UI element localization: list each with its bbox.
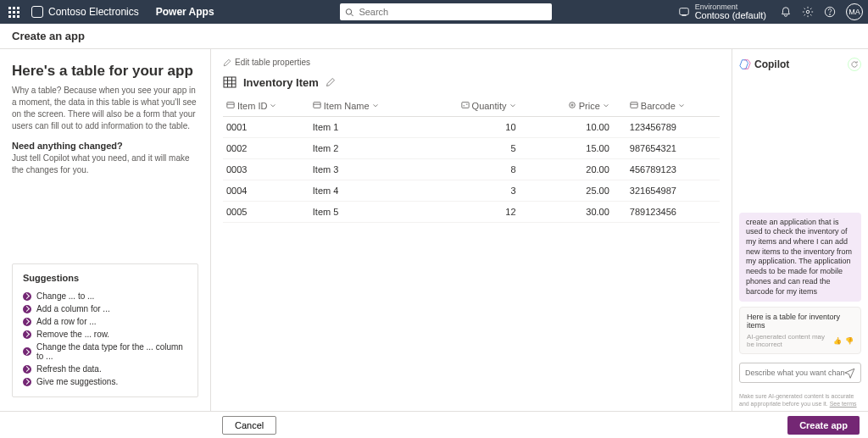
suggestion-text: Change the data type for the ... column … [36, 342, 187, 361]
svg-rect-12 [227, 103, 234, 108]
cell-barcode: 123456789 [626, 117, 720, 138]
bullet-icon [23, 378, 31, 386]
app-name[interactable]: Power Apps [156, 6, 214, 18]
bot-message: Here is a table for inventory items AI-g… [739, 307, 861, 354]
table-title: Inventory Item [243, 76, 319, 89]
column-header[interactable]: Price [533, 96, 626, 117]
see-terms-link[interactable]: See terms [830, 401, 857, 407]
rename-table-icon[interactable] [326, 77, 336, 87]
settings-icon[interactable] [802, 6, 814, 18]
brand-logo-icon [31, 6, 43, 18]
copilot-disclaimer: Make sure AI-generated content is accura… [739, 393, 861, 408]
suggestion-item[interactable]: Add a column for ... [23, 302, 187, 315]
left-heading: Here's a table for your app [12, 63, 198, 80]
suggestion-item[interactable]: Remove the ... row. [23, 328, 187, 341]
left-paragraph: Why a table? Because when you see your a… [12, 85, 198, 132]
suggestion-text: Give me suggestions. [36, 377, 118, 386]
suggestion-item[interactable]: Change the data type for the ... column … [23, 341, 187, 363]
help-icon[interactable] [824, 6, 836, 18]
cell-price: 25.00 [533, 180, 626, 202]
brand: Contoso Electronics [31, 6, 139, 18]
chevron-down-icon [509, 103, 516, 109]
column-header[interactable]: Quantity [419, 96, 532, 117]
svg-point-6 [830, 14, 831, 15]
thumbs-down-icon[interactable]: 👎 [845, 337, 854, 345]
global-search[interactable] [340, 3, 552, 20]
refresh-button[interactable] [848, 58, 861, 71]
svg-rect-18 [631, 103, 637, 108]
bullet-icon [23, 365, 31, 374]
column-header[interactable]: Barcode [626, 96, 720, 117]
app-launcher-icon[interactable] [8, 7, 19, 18]
table-title-row: Inventory Item [223, 75, 720, 89]
cell-item-id: 0003 [223, 159, 309, 180]
table-row[interactable]: 0005Item 51230.00789123456 [223, 202, 720, 223]
cell-item-id: 0001 [223, 117, 309, 138]
cell-price: 15.00 [533, 138, 626, 159]
copilot-input-box[interactable] [739, 363, 861, 383]
svg-rect-7 [224, 77, 236, 87]
suggestion-item[interactable]: Refresh the data. [23, 363, 187, 375]
copilot-title: Copilot [739, 58, 789, 70]
edit-link-label: Edit table properties [235, 58, 310, 67]
bullet-icon [23, 347, 31, 356]
column-label: Item ID [237, 101, 267, 111]
table-row[interactable]: 0001Item 11010.00123456789 [223, 117, 720, 138]
table-row[interactable]: 0003Item 3820.00456789123 [223, 159, 720, 180]
column-header[interactable]: Item Name [309, 96, 419, 117]
suggestion-text: Refresh the data. [36, 364, 102, 374]
cell-item-id: 0004 [223, 180, 309, 202]
table-row[interactable]: 0002Item 2515.00987654321 [223, 138, 720, 159]
suggestion-item[interactable]: Add a row for ... [23, 315, 187, 328]
svg-rect-2 [679, 8, 688, 15]
cell-quantity: 3 [419, 180, 532, 202]
bot-message-text: Here is a table for inventory items [747, 313, 854, 330]
cell-price: 30.00 [533, 202, 626, 223]
left-pane: Here's a table for your app Why a table?… [0, 49, 210, 411]
table-icon [223, 75, 236, 89]
notifications-icon[interactable] [780, 6, 792, 18]
column-header[interactable]: Item ID [223, 96, 309, 117]
user-message: create an application that is used to ch… [739, 213, 861, 302]
need-text: Just tell Copilot what you need, and it … [12, 152, 198, 176]
svg-rect-16 [461, 103, 468, 108]
need-heading: Need anything changed? [12, 141, 198, 151]
bullet-icon [23, 305, 31, 313]
svg-line-1 [351, 14, 353, 16]
chevron-down-icon [270, 103, 276, 109]
cell-quantity: 8 [419, 159, 532, 180]
cancel-button[interactable]: Cancel [222, 416, 276, 435]
column-type-icon [630, 101, 638, 111]
thumbs-up-icon[interactable]: 👍 [833, 337, 842, 345]
refresh-icon [850, 60, 859, 69]
cell-price: 20.00 [533, 159, 626, 180]
column-label: Barcode [641, 101, 676, 111]
copilot-pane: Copilot create an application that is us… [732, 49, 868, 411]
avatar[interactable]: MA [846, 3, 863, 20]
cell-barcode: 321654987 [626, 180, 720, 202]
cell-item-name: Item 2 [309, 138, 419, 159]
cell-price: 10.00 [533, 117, 626, 138]
center-pane: Edit table properties Inventory Item Ite… [210, 49, 732, 411]
environment-icon [678, 6, 690, 18]
copilot-input[interactable] [745, 369, 844, 377]
footer-bar: Cancel Create app [0, 411, 868, 438]
cell-barcode: 987654321 [626, 138, 720, 159]
edit-table-properties-link[interactable]: Edit table properties [223, 58, 720, 67]
table-row[interactable]: 0004Item 4325.00321654987 [223, 180, 720, 202]
suggestion-item[interactable]: Give me suggestions. [23, 375, 187, 388]
environment-picker[interactable]: Environment Contoso (default) [678, 3, 766, 20]
svg-point-4 [806, 10, 810, 14]
column-type-icon [568, 101, 576, 111]
suggestions-card: Suggestions Change ... to ...Add a colum… [12, 263, 198, 397]
column-label: Item Name [324, 101, 370, 111]
create-app-button[interactable]: Create app [787, 416, 860, 435]
suggestion-item[interactable]: Change ... to ... [23, 290, 187, 302]
cell-barcode: 789123456 [626, 202, 720, 223]
chevron-down-icon [372, 103, 379, 109]
header-actions: MA [780, 3, 863, 20]
search-input[interactable] [359, 7, 547, 17]
page-title: Create an app [12, 30, 85, 42]
send-icon[interactable] [844, 367, 855, 379]
suggestion-text: Add a row for ... [36, 317, 97, 326]
